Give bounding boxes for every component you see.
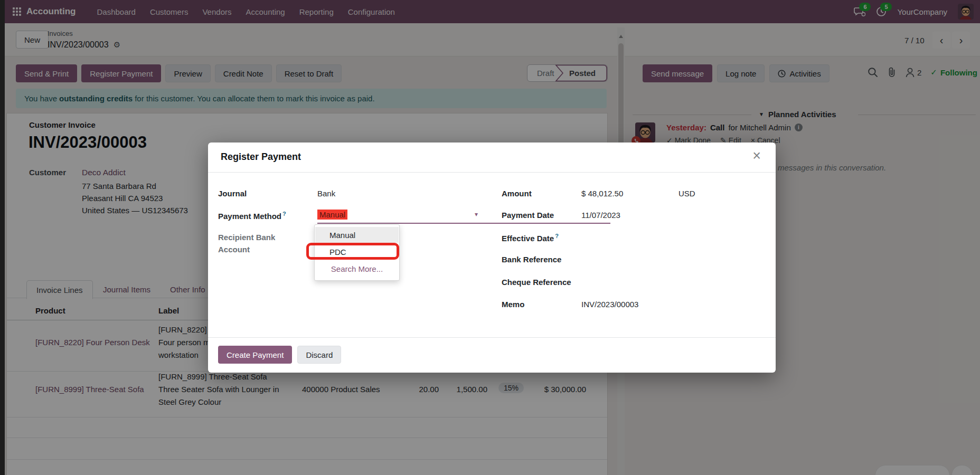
payment-method-dropdown: Manual PDC Search More... bbox=[314, 224, 400, 281]
cheque-reference-label: Cheque Reference bbox=[502, 278, 571, 287]
app-window: Accounting Dashboard Customers Vendors A… bbox=[0, 0, 980, 475]
memo-field[interactable]: INV/2023/00003 bbox=[581, 300, 638, 309]
amount-label: Amount bbox=[502, 189, 532, 198]
modal-title: Register Payment bbox=[221, 151, 301, 163]
journal-label: Journal bbox=[218, 189, 247, 198]
payment-method-underline bbox=[317, 223, 610, 224]
payment-method-label: Payment Method? bbox=[218, 211, 286, 221]
create-payment-button[interactable]: Create Payment bbox=[218, 346, 292, 364]
dropdown-option-manual[interactable]: Manual bbox=[315, 227, 399, 243]
effective-date-label: Effective Date? bbox=[502, 233, 559, 243]
payment-method-label-text: Payment Method bbox=[218, 212, 281, 221]
journal-field[interactable]: Bank bbox=[317, 189, 335, 198]
memo-label: Memo bbox=[502, 300, 524, 309]
dropdown-caret-icon[interactable]: ▾ bbox=[475, 211, 478, 218]
modal-header-divider bbox=[208, 172, 776, 173]
dropdown-search-more[interactable]: Search More... bbox=[315, 261, 399, 277]
cheque-reference-field[interactable] bbox=[581, 278, 661, 287]
payment-method-field[interactable]: Manual bbox=[317, 210, 347, 220]
bank-reference-field[interactable] bbox=[581, 255, 661, 264]
discard-button[interactable]: Discard bbox=[297, 346, 341, 364]
modal-footer-divider bbox=[208, 337, 776, 338]
currency-label: USD bbox=[679, 189, 695, 198]
register-payment-modal: Register Payment × Journal Bank Payment … bbox=[208, 142, 776, 373]
dropdown-option-pdc[interactable]: PDC bbox=[315, 244, 399, 260]
help-icon: ? bbox=[555, 233, 559, 239]
close-icon[interactable]: × bbox=[752, 149, 761, 163]
recipient-bank-label-line2: Account bbox=[218, 245, 250, 254]
payment-date-label: Payment Date bbox=[502, 211, 554, 220]
payment-date-field[interactable]: 11/07/2023 bbox=[581, 211, 620, 220]
effective-date-field[interactable] bbox=[581, 233, 661, 242]
recipient-bank-label-line1: Recipient Bank bbox=[218, 233, 275, 242]
bank-reference-label: Bank Reference bbox=[502, 255, 561, 264]
amount-field[interactable]: $ 48,012.50 bbox=[581, 189, 623, 198]
effective-date-label-text: Effective Date bbox=[502, 234, 554, 243]
help-icon: ? bbox=[282, 211, 286, 217]
